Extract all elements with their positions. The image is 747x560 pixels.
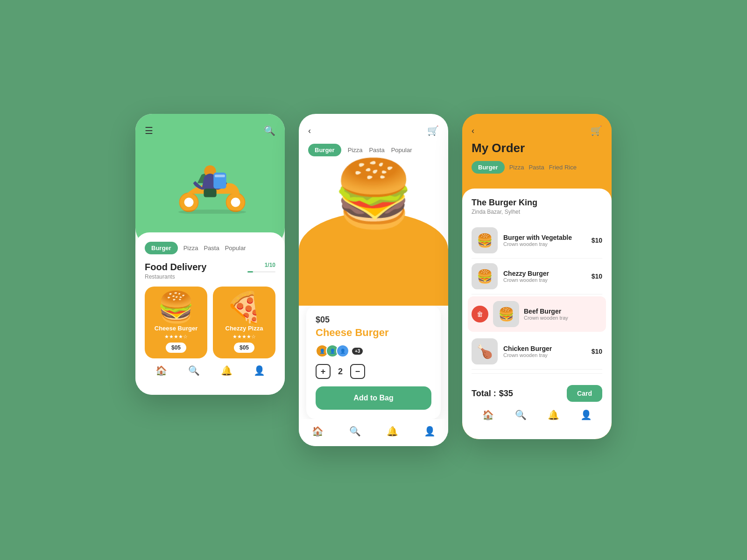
order-item-2-price: $10 [592,273,602,280]
screen2-tab-burger[interactable]: Burger [308,144,341,156]
screen3-topbar: ‹ 🛒 [472,125,602,136]
screen-1-phone: ☰ 🔍 [135,114,285,395]
total-row: Total : $35 Card [472,378,602,402]
restaurant-name: The Burger King [472,198,602,208]
screen-2-phone: ‹ 🛒 Burger Pizza Pasta Popular 🍔 $05 Che… [299,114,448,446]
order-item-4: 🍗 Chicken Burger Crown wooden tray $10 [472,334,602,370]
hamburger-icon[interactable]: ☰ [145,125,153,136]
screen3-nav-bell-icon[interactable]: 🔔 [548,409,559,420]
tab-burger[interactable]: Burger [145,242,178,254]
avatars-row: 👤 👤 👤 +3 [316,344,431,357]
quantity-row: + 2 − [316,364,431,379]
nav-search-icon[interactable]: 🔍 [188,365,200,376]
screen3-nav-user-icon[interactable]: 👤 [580,409,592,420]
food-card-2-image: 🍕 [226,292,263,322]
food-card-2[interactable]: 🍕 Chezzy Pizza ★★★★☆ $05 [213,287,275,358]
screen2-bottom-nav: 🏠 🔍 🔔 👤 [299,419,448,446]
order-item-3-image: 🍔 [493,301,519,327]
tab-pasta[interactable]: Pasta [204,245,219,252]
screen3-tab-burger[interactable]: Burger [472,161,505,174]
screen3-category-tabs: Burger Pizza Pasta Fried Rice [472,161,602,174]
restaurant-address: Zinda Bazar, Sylhet [472,209,602,215]
order-item-3-info: Beef Burger Crown wooden tray [524,308,602,321]
screen3-title: My Order [472,141,602,155]
screen2-nav-bell-icon[interactable]: 🔔 [387,426,398,437]
screen3-cart-icon[interactable]: 🛒 [591,125,602,136]
food-card-2-price: $05 [234,343,254,353]
order-item-1-price: $10 [592,237,602,244]
avatar-count: +3 [352,348,363,355]
order-item-4-price: $10 [592,348,602,355]
screen3-nav-home-icon[interactable]: 🏠 [482,409,494,420]
order-item-1-name: Burger with Vegetable [503,234,586,241]
order-item-1-sub: Crown wooden tray [503,241,586,247]
back-button[interactable]: ‹ [308,126,311,136]
screen2-tab-pasta[interactable]: Pasta [369,147,384,154]
order-item-4-image: 🍗 [472,338,498,364]
progress-fill [247,271,253,273]
search-icon[interactable]: 🔍 [264,125,275,136]
screen3-back-button[interactable]: ‹ [472,126,474,136]
section-subtitle: Restaurants [145,273,206,280]
pagination: 1/10 [247,262,275,268]
card-button[interactable]: Card [567,385,602,402]
cart-icon[interactable]: 🛒 [427,125,439,136]
screen1-hero: ☰ 🔍 [135,114,285,246]
screen3-tab-pasta[interactable]: Pasta [529,164,544,171]
avatar-3: 👤 [336,344,349,357]
screen3-nav-search-icon[interactable]: 🔍 [515,409,527,420]
qty-value: 2 [338,367,343,377]
order-item-1-info: Burger with Vegetable Crown wooden tray [503,234,586,247]
food-cards: 🍔 Cheese Burger ★★★★☆ $05 🍕 Chezzy Pizza… [145,287,275,358]
svg-point-3 [231,197,240,207]
food-card-1-price: $05 [166,343,186,353]
nav-home-icon[interactable]: 🏠 [155,365,167,376]
order-item-2-sub: Crown wooden tray [503,277,586,283]
qty-increase-button[interactable]: + [316,364,331,379]
food-card-2-stars: ★★★★☆ [233,334,256,340]
tab-popular[interactable]: Popular [225,245,246,252]
screen2-nav-home-icon[interactable]: 🏠 [312,426,324,437]
screen3-tab-friedrice[interactable]: Fried Rice [549,164,577,171]
section-title: Food Delivery [145,262,206,273]
product-price: $05 [316,315,431,325]
order-item-4-name: Chicken Burger [503,345,586,352]
product-card: $05 Cheese Burger 👤 👤 👤 +3 + 2 − Add to … [306,306,441,419]
order-item-4-sub: Crown wooden tray [503,352,586,358]
order-item-3-sub: Crown wooden tray [524,315,602,321]
order-item-2-name: Chezzy Burger [503,270,586,277]
food-card-1-name: Cheese Burger [155,325,197,332]
food-card-2-name: Chezzy Pizza [226,325,263,332]
nav-bell-icon[interactable]: 🔔 [221,365,233,376]
delete-button[interactable]: 🗑 [472,306,488,322]
total-divider [472,373,602,374]
food-card-1[interactable]: 🍔 Cheese Burger ★★★★☆ $05 [145,287,207,358]
screen1-content: Burger Pizza Pasta Popular Food Delivery… [135,232,285,395]
nav-user-icon[interactable]: 👤 [254,365,265,376]
add-to-bag-button[interactable]: Add to Bag [316,386,431,410]
order-item-2-image: 🍔 [472,263,498,289]
svg-point-1 [184,197,194,207]
screen1-bottom-nav: 🏠 🔍 🔔 👤 [145,358,275,385]
product-name: Cheese Burger [316,327,431,339]
order-item-3: 🗑 🍔 Beef Burger Crown wooden tray [468,296,606,332]
svg-rect-5 [204,189,216,197]
screen3-content: The Burger King Zinda Bazar, Sylhet 🍔 Bu… [462,189,612,439]
screen3-tab-pizza[interactable]: Pizza [509,164,524,171]
screen2-tab-popular[interactable]: Popular [391,147,412,154]
screen-3-phone: ‹ 🛒 My Order Burger Pizza Pasta Fried Ri… [462,114,612,439]
screen2-topbar: ‹ 🛒 [299,114,448,144]
screen2-nav-user-icon[interactable]: 👤 [424,426,436,437]
screen2-nav-search-icon[interactable]: 🔍 [349,426,361,437]
order-item-4-info: Chicken Burger Crown wooden tray [503,345,586,358]
screen3-bottom-nav: 🏠 🔍 🔔 👤 [472,402,602,430]
order-item-2: 🍔 Chezzy Burger Crown wooden tray $10 [472,259,602,294]
qty-decrease-button[interactable]: − [350,364,365,379]
total-amount: $35 [499,389,513,399]
screen2-tab-pizza[interactable]: Pizza [348,147,363,154]
tab-pizza[interactable]: Pizza [183,245,198,252]
category-tabs: Burger Pizza Pasta Popular [145,242,275,254]
total-label: Total : [472,389,496,399]
delivery-illustration [145,144,275,218]
progress-bar [247,271,275,273]
